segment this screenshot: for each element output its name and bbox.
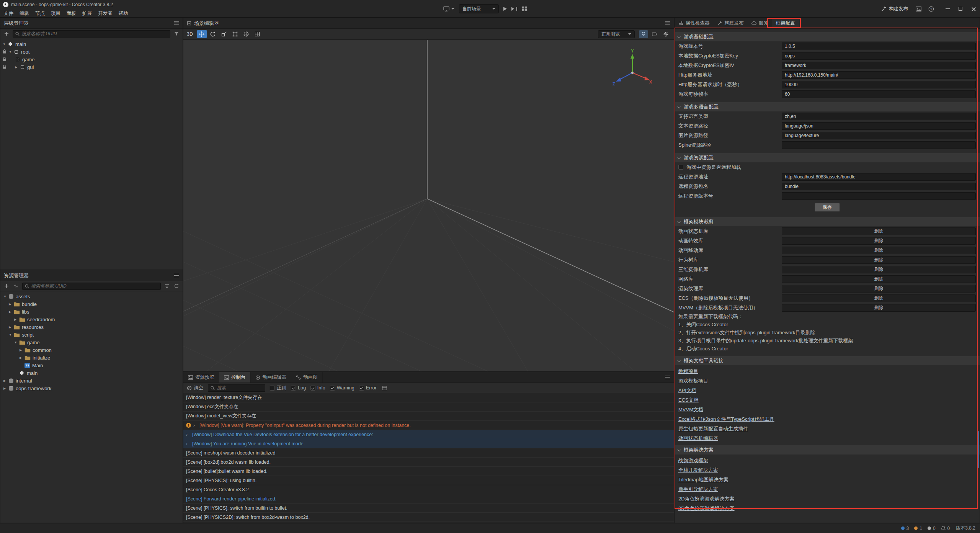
asset-node[interactable]: ▼script [0, 331, 183, 338]
checkbox[interactable] [270, 386, 275, 391]
expand-arrow-icon[interactable]: ▶ [15, 65, 20, 69]
hierarchy-filter-button[interactable] [173, 30, 180, 37]
delete-button[interactable]: 删除 [782, 247, 976, 254]
minimize-button[interactable] [941, 0, 954, 18]
axis-gizmo[interactable]: Y X Z [611, 49, 654, 92]
menu-item[interactable]: 开发者 [95, 10, 116, 17]
console-tab[interactable]: 控制台 [219, 372, 251, 383]
doc-link[interactable]: 新手引导解决方案 [678, 486, 718, 493]
expand-arrow-icon[interactable]: ▶ [14, 318, 19, 321]
hierarchy-search-input[interactable]: 搜索名称或 UUID [13, 30, 170, 38]
scale-tool[interactable] [219, 30, 229, 38]
delete-button[interactable]: 删除 [782, 275, 976, 283]
rect-tool[interactable] [230, 30, 240, 38]
doc-link[interactable]: 教程项目 [678, 368, 698, 375]
doc-link[interactable]: Tiledmap地图解决方案 [678, 476, 728, 483]
expand-arrow-icon[interactable]: ▶ [20, 356, 24, 360]
delete-button[interactable]: 删除 [782, 304, 976, 312]
console-tab[interactable]: 动画图 [291, 372, 323, 383]
inspector-tab[interactable]: 框架配置 [772, 18, 799, 28]
menu-item[interactable]: 面板 [64, 10, 79, 17]
asset-node[interactable]: ▶internal [0, 377, 183, 384]
doc-link[interactable]: Excel格式转Json文件与TypeScript代码工具 [678, 416, 774, 423]
hierarchy-node[interactable]: ▶gui [0, 63, 183, 71]
inspector-tab[interactable]: 构建发布 [714, 18, 748, 28]
log-row[interactable]: [Scene] Forward render pipeline initiali… [183, 494, 674, 504]
delete-button[interactable]: 删除 [782, 294, 976, 302]
section-header[interactable]: 游戏资源配置 [675, 153, 980, 162]
log-row[interactable]: [Scene] [PHYSICS]: using builtin. [183, 476, 674, 485]
console-tab[interactable]: 资源预览 [183, 372, 219, 383]
assets-filter-button[interactable] [163, 283, 170, 289]
section-header[interactable]: 框架解决方案 [675, 445, 980, 455]
scene-camera-button[interactable] [650, 30, 659, 38]
step-button[interactable] [511, 7, 517, 11]
doc-link[interactable]: 2D角色扮演游戏解决方案 [678, 495, 735, 502]
section-header[interactable]: 游戏基础配置 [675, 32, 980, 41]
panel-menu-icon[interactable] [665, 376, 670, 379]
menu-item[interactable]: 编辑 [16, 10, 32, 17]
menu-item[interactable]: 文件 [1, 10, 16, 17]
section-header[interactable]: 框架文档工具链接 [675, 356, 980, 365]
snap-tool[interactable] [253, 30, 262, 38]
log-row[interactable]: [Window] ecs文件夹存在 [183, 402, 674, 412]
asset-node[interactable]: TSMain [0, 361, 183, 369]
console-filter[interactable]: Error [359, 385, 377, 391]
transform-tool[interactable] [242, 30, 251, 38]
prop-input[interactable] [782, 141, 976, 149]
preview-scene-select[interactable]: 当前场景 [459, 4, 499, 13]
preview-layout-button[interactable] [522, 6, 527, 11]
expand-arrow-icon[interactable]: ▼ [3, 295, 8, 298]
checkbox[interactable] [330, 386, 335, 391]
move-tool[interactable] [197, 30, 207, 38]
log-row[interactable]: [Scene] meshopt wasm decoder initialized [183, 448, 674, 458]
expand-arrow-icon[interactable]: ▶ [9, 325, 14, 329]
panel-menu-icon[interactable] [174, 21, 179, 25]
console-filter[interactable]: Warning [330, 385, 354, 391]
prop-input[interactable]: framework [782, 62, 976, 69]
log-row[interactable]: [Scene] [PHYSICS]: switch from builtin t… [183, 504, 674, 513]
delete-button[interactable]: 删除 [782, 266, 976, 273]
build-publish-button[interactable]: 构建发布 [881, 6, 908, 12]
doc-link[interactable]: 全栈开发解决方案 [678, 467, 718, 474]
doc-link[interactable]: 游戏模板项目 [678, 378, 708, 384]
scene-settings-button[interactable] [661, 30, 670, 38]
screenshot-button[interactable] [916, 7, 921, 11]
expand-arrow-icon[interactable]: ▼ [9, 333, 14, 337]
refresh-assets-button[interactable] [173, 283, 180, 289]
expand-arrow-icon[interactable]: ▼ [14, 341, 19, 344]
doc-link[interactable]: ECS文档 [678, 397, 699, 404]
expand-arrow-icon[interactable]: ▶ [20, 348, 24, 352]
log-row[interactable]: ›[Window] You are running Vue in develop… [183, 439, 674, 448]
asset-node[interactable]: ▼game [0, 338, 183, 346]
help-button[interactable]: ? [928, 6, 934, 12]
save-button[interactable]: 保存 [815, 203, 840, 212]
collapse-logs-button[interactable] [381, 384, 388, 391]
log-row[interactable]: [Window] render_texture文件夹存在 [183, 393, 674, 402]
console-filter[interactable]: Log [291, 385, 306, 391]
asset-node[interactable]: ▶oops-framework [0, 384, 183, 392]
log-row[interactable]: [Scene] [box2d]:box2d wasm lib loaded. [183, 458, 674, 467]
prop-input[interactable]: 10000 [782, 81, 976, 88]
console-filter[interactable]: Info [310, 385, 325, 391]
checkbox[interactable] [678, 165, 683, 170]
section-header[interactable]: 框架模块裁剪 [675, 217, 980, 226]
asset-node[interactable]: ▶bundle [0, 300, 183, 308]
scene-light-toggle[interactable] [639, 30, 648, 38]
section-header[interactable]: 游戏多语言配置 [675, 102, 980, 111]
add-node-button[interactable] [3, 30, 10, 37]
prop-input[interactable]: 60 [782, 90, 976, 98]
prop-input[interactable]: language/texture [782, 132, 976, 139]
delete-button[interactable]: 删除 [782, 285, 976, 293]
checkbox[interactable] [291, 386, 296, 391]
hierarchy-node[interactable]: game [0, 56, 183, 63]
asset-node[interactable]: ▶common [0, 346, 183, 354]
assets-search-input[interactable]: 搜索名称或 UUID [22, 283, 161, 290]
add-asset-button[interactable] [3, 283, 10, 289]
checkbox[interactable] [310, 386, 315, 391]
delete-button[interactable]: 删除 [782, 237, 976, 245]
prop-input[interactable]: 1.0.5 [782, 43, 976, 50]
doc-link[interactable]: 动画状态机编辑器 [678, 435, 718, 442]
hierarchy-node[interactable]: ▼main [0, 40, 183, 48]
delete-button[interactable]: 删除 [782, 256, 976, 264]
